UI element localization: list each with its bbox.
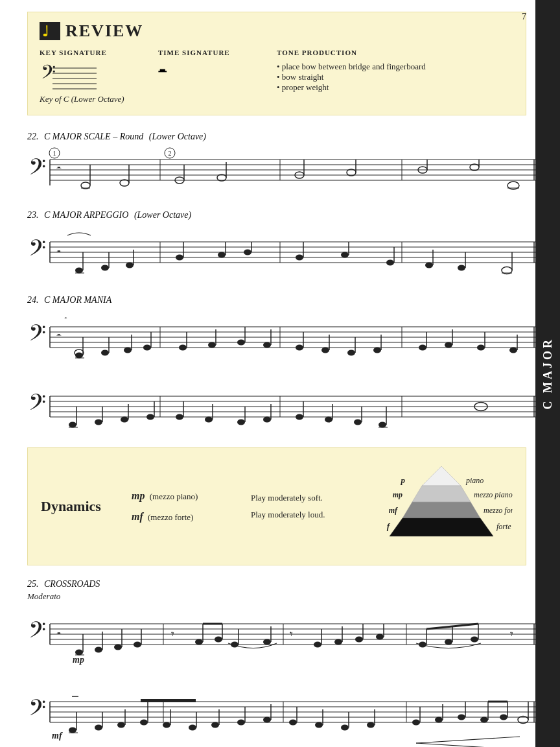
svg-point-199	[95, 647, 102, 653]
svg-point-247	[69, 728, 76, 733]
staff-24b: 𝄢	[27, 378, 526, 436]
svg-point-276	[435, 717, 443, 723]
svg-marker-170	[422, 466, 461, 486]
page-number: 7	[522, 12, 526, 22]
svg-point-57	[75, 268, 83, 274]
tone-production-col: TONE PRODUCTION • place bow between brid…	[277, 49, 514, 104]
svg-point-282	[500, 715, 508, 720]
svg-point-123	[419, 345, 426, 351]
svg-point-266	[289, 720, 297, 726]
svg-point-222	[376, 634, 384, 640]
svg-point-264	[263, 717, 271, 723]
svg-text:𝄢: 𝄢	[29, 618, 46, 648]
time-signature-col: TIME SIGNATURE 𝄼	[158, 49, 277, 104]
svg-text:forte: forte	[496, 522, 511, 531]
svg-point-228	[471, 637, 478, 643]
svg-point-203	[134, 642, 141, 648]
svg-point-146	[95, 420, 102, 425]
svg-point-104	[143, 345, 151, 351]
svg-point-196	[75, 650, 83, 656]
svg-text:2: 2	[169, 150, 172, 157]
tone-prod-label: TONE PRODUCTION	[277, 49, 514, 56]
svg-point-148	[121, 417, 128, 423]
mf-name: (mezzo forte)	[148, 512, 193, 522]
staff-25b: 𝄢 mf	[27, 683, 526, 747]
svg-point-127	[477, 345, 485, 351]
svg-point-260	[211, 722, 219, 728]
dynamics-descriptions: Play moderately soft. Play moderately lo…	[251, 490, 370, 523]
svg-point-121	[373, 348, 381, 353]
svg-point-154	[205, 417, 213, 423]
svg-line-287	[416, 737, 520, 743]
svg-point-220	[355, 637, 363, 643]
svg-point-272	[367, 722, 375, 728]
svg-text:𝄢: 𝄢	[29, 321, 46, 351]
review-box: ♩ REVIEW KEY SIGNATURE	[27, 12, 526, 115]
svg-text:𝄢: 𝄢	[29, 236, 46, 266]
svg-text:mf: mf	[52, 731, 63, 741]
svg-text:𝄢: 𝄢	[41, 62, 56, 88]
svg-point-119	[347, 350, 355, 356]
svg-rect-246	[141, 699, 196, 702]
svg-point-78	[458, 265, 465, 271]
svg-point-111	[237, 340, 245, 346]
svg-point-109	[208, 342, 216, 348]
review-logo-icon: ♩	[40, 22, 60, 40]
mp-symbol: mp	[132, 490, 145, 501]
svg-point-252	[117, 722, 125, 728]
staff-24b-svg: 𝄢	[27, 378, 539, 433]
svg-text:𝄼: 𝄼	[64, 317, 67, 318]
svg-point-213	[263, 639, 271, 645]
section-25-header: 25. CROSSROADS	[27, 577, 526, 590]
time-sig-label: TIME SIGNATURE	[158, 49, 277, 56]
svg-marker-171	[412, 486, 471, 502]
svg-point-74	[386, 260, 394, 266]
svg-text:mf: mf	[389, 506, 398, 515]
svg-point-268	[315, 722, 323, 728]
svg-point-166	[379, 422, 386, 428]
time-sig-value: 𝄼	[158, 62, 277, 86]
svg-text:𝄼: 𝄼	[56, 167, 62, 169]
svg-point-208	[215, 637, 222, 643]
key-signature-col: KEY SIGNATURE 𝄢 Key of C (Lo	[40, 49, 158, 104]
svg-text:mp: mp	[393, 490, 402, 499]
svg-point-66	[218, 252, 226, 258]
svg-point-113	[263, 342, 271, 348]
svg-point-158	[263, 417, 271, 423]
section-23-header: 23. C MAJOR ARPEGGIO (Lower Octave)	[27, 208, 526, 221]
svg-text:1: 1	[53, 150, 56, 157]
svg-point-278	[458, 715, 465, 720]
svg-text:piano: piano	[465, 476, 484, 485]
svg-text:mp: mp	[73, 655, 84, 665]
svg-point-62	[126, 263, 134, 268]
dynamics-box: Dynamics mp (mezzo piano) mf (mezzo fort…	[27, 447, 526, 565]
svg-point-254	[140, 720, 148, 726]
svg-point-152	[176, 414, 183, 420]
svg-point-125	[445, 342, 452, 348]
svg-point-201	[114, 645, 122, 650]
tone-item-3: • proper weight	[277, 82, 514, 93]
svg-point-206	[195, 639, 203, 645]
svg-text:f: f	[387, 521, 391, 531]
svg-point-256	[163, 722, 170, 728]
svg-point-156	[237, 420, 245, 425]
svg-point-64	[176, 255, 183, 261]
dynamics-desc-2: Play moderately loud.	[251, 506, 370, 523]
svg-point-150	[146, 414, 154, 420]
svg-point-218	[334, 639, 342, 645]
dynamics-mf-def: mf (mezzo forte)	[132, 506, 251, 527]
svg-marker-172	[402, 502, 480, 518]
dynamics-desc-1: Play moderately soft.	[251, 490, 370, 506]
dynamics-pyramid: p mp mf f piano mezzo piano mezzo forte …	[370, 460, 513, 553]
pyramid-svg: p mp mf f piano mezzo piano mezzo forte …	[370, 460, 513, 551]
svg-point-107	[179, 345, 187, 351]
svg-point-162	[325, 417, 332, 423]
tone-item-2: • bow straight	[277, 72, 514, 82]
svg-point-115	[296, 345, 303, 351]
svg-text:♩: ♩	[42, 23, 49, 40]
svg-point-117	[321, 348, 329, 353]
svg-point-76	[425, 263, 433, 268]
key-sig-label: KEY SIGNATURE	[40, 49, 158, 56]
staff-25b-svg: 𝄢 mf	[27, 683, 539, 747]
svg-point-280	[480, 717, 488, 723]
